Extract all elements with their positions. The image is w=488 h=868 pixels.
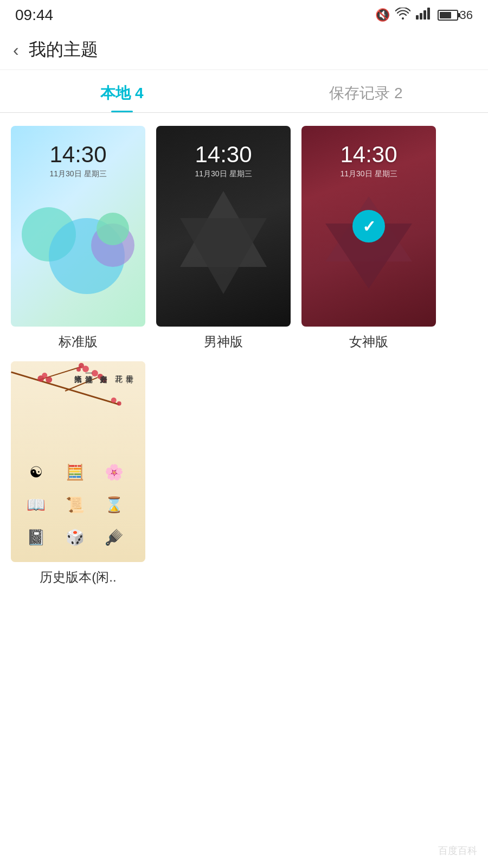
- mute-icon: 🔇: [375, 8, 390, 22]
- signal-icon: 3G: [416, 8, 432, 23]
- clock-overlay-standard: 14:30 11月30日 星期三: [11, 142, 145, 179]
- battery-level: 36: [460, 8, 473, 22]
- status-time: 09:44: [15, 7, 53, 24]
- theme-label-standard: 标准版: [59, 333, 98, 350]
- svg-rect-1: [420, 13, 422, 20]
- theme-preview-dark: 14:30 11月30日 星期三: [156, 126, 291, 327]
- page-title: 我的主题: [29, 38, 98, 62]
- theme-preview-standard: 14:30 11月30日 星期三: [11, 126, 145, 327]
- clock-time: 14:30: [11, 142, 145, 167]
- dark-shape-2: [180, 218, 267, 294]
- svg-rect-3: [427, 8, 430, 20]
- tab-bar: 本地 4 保存记录 2: [0, 70, 488, 113]
- theme-preview-art: 一笔禅渡半纸拾束 庭今归去 十里荷花开 ☯ 🧮 🌸 📖 📜 ⌛ 📓 🎲 🪮: [11, 361, 145, 562]
- svg-point-9: [42, 373, 47, 378]
- tab-saved[interactable]: 保存记录 2: [244, 70, 488, 112]
- art-icon-comb: 🪮: [100, 523, 128, 551]
- theme-grid: 14:30 11月30日 星期三 标准版 14:30 11月30日 星期三 男神…: [0, 113, 488, 599]
- wifi-icon: [395, 8, 410, 23]
- svg-point-13: [76, 367, 81, 372]
- art-icon-hourglass: ⌛: [100, 490, 128, 519]
- battery-indicator: 36: [438, 8, 473, 22]
- svg-line-7: [65, 378, 98, 391]
- clock-overlay-dark: 14:30 11月30日 星期三: [156, 142, 291, 179]
- svg-point-12: [82, 366, 89, 372]
- clock-time-red: 14:30: [301, 142, 436, 167]
- theme-label-red: 女神版: [349, 333, 388, 350]
- art-icon-bagua: ☯: [22, 458, 50, 486]
- theme-label-dark: 男神版: [204, 333, 243, 350]
- art-icon-scroll: 📜: [61, 490, 89, 519]
- watermark: 百度百科: [438, 844, 477, 857]
- theme-item-red[interactable]: 14:30 11月30日 星期三 女神版: [301, 126, 436, 350]
- clock-date-dark: 11月30日 星期三: [156, 169, 291, 179]
- theme-item-dark[interactable]: 14:30 11月30日 星期三 男神版: [156, 126, 291, 350]
- header: ‹ 我的主题: [0, 30, 488, 70]
- svg-point-15: [92, 370, 98, 376]
- svg-point-16: [101, 378, 107, 383]
- art-inner: 一笔禅渡半纸拾束 庭今归去 十里荷花开 ☯ 🧮 🌸 📖 📜 ⌛ 📓 🎲 🪮: [11, 361, 145, 562]
- theme-item-standard[interactable]: 14:30 11月30日 星期三 标准版: [11, 126, 145, 350]
- svg-point-17: [111, 398, 117, 403]
- status-icons: 🔇 3G 36: [375, 8, 473, 23]
- art-icon-lotus: 🌸: [100, 458, 128, 486]
- tab-local[interactable]: 本地 4: [0, 70, 244, 112]
- clock-date-red: 11月30日 星期三: [301, 169, 436, 179]
- clock-time-dark: 14:30: [156, 142, 291, 167]
- status-bar: 09:44 🔇 3G 36: [0, 0, 488, 30]
- clock-overlay-red: 14:30 11月30日 星期三: [301, 142, 436, 179]
- svg-rect-2: [423, 10, 426, 20]
- svg-line-5: [11, 372, 119, 405]
- art-icon-dice: 🎲: [61, 523, 89, 551]
- theme-label-art: 历史版本(闲..: [40, 569, 116, 586]
- bubble-4: [97, 213, 129, 245]
- selected-badge: [352, 210, 385, 242]
- art-icon-abacus: 🧮: [61, 458, 89, 486]
- art-icons-grid: ☯ 🧮 🌸 📖 📜 ⌛ 📓 🎲 🪮: [16, 458, 140, 551]
- svg-point-18: [117, 401, 121, 406]
- svg-rect-0: [416, 15, 419, 20]
- svg-point-10: [46, 376, 52, 383]
- clock-date: 11月30日 星期三: [11, 169, 145, 179]
- back-button[interactable]: ‹: [13, 41, 19, 59]
- art-branch-svg: [11, 361, 145, 432]
- theme-item-art[interactable]: 一笔禅渡半纸拾束 庭今归去 十里荷花开 ☯ 🧮 🌸 📖 📜 ⌛ 📓 🎲 🪮: [11, 361, 145, 586]
- theme-preview-red: 14:30 11月30日 星期三: [301, 126, 436, 327]
- art-icon-book: 📖: [22, 490, 50, 519]
- art-icon-notebook: 📓: [22, 523, 50, 551]
